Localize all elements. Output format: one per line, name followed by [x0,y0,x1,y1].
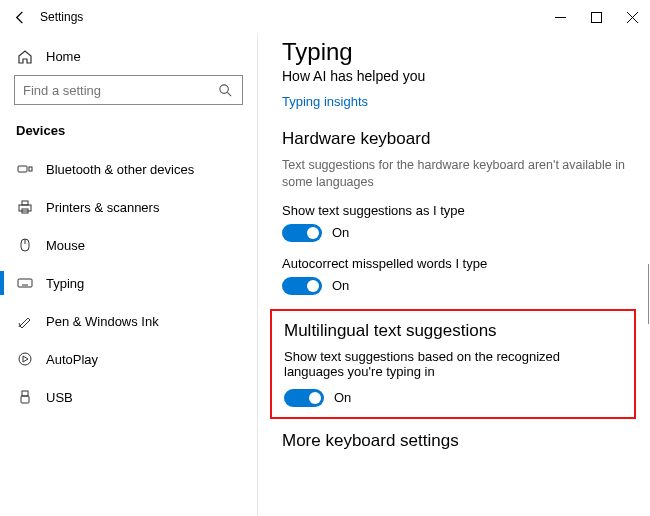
minimize-button[interactable] [542,0,578,34]
home-icon [16,48,33,65]
titlebar: Settings [0,0,650,34]
svg-line-3 [227,92,231,96]
multilingual-toggle[interactable] [284,389,324,407]
svg-rect-11 [18,279,32,287]
sidebar-item-label: Mouse [46,238,85,253]
category-header: Devices [14,123,243,138]
svg-rect-1 [591,12,601,22]
keyboard-icon [16,275,33,292]
autocorrect-label: Autocorrect misspelled words I type [282,256,630,271]
sidebar: Home Devices Bluetooth & other devices P… [0,34,258,516]
multilingual-highlight: Multilingual text suggestions Show text … [270,309,636,419]
sidebar-item-label: Typing [46,276,84,291]
sidebar-item-autoplay[interactable]: AutoPlay [14,340,243,378]
show-suggestions-state: On [332,225,349,240]
more-keyboard-heading: More keyboard settings [282,431,630,451]
bluetooth-icon [16,161,33,178]
sidebar-item-label: USB [46,390,73,405]
sidebar-item-label: Bluetooth & other devices [46,162,194,177]
svg-rect-4 [18,166,27,172]
sidebar-item-typing[interactable]: Typing [14,264,243,302]
scrollbar[interactable] [648,264,649,324]
search-input[interactable] [23,83,217,98]
main-content: Typing How AI has helped you Typing insi… [258,34,650,516]
pen-icon [16,313,33,330]
svg-rect-17 [22,391,28,396]
show-suggestions-label: Show text suggestions as I type [282,203,630,218]
sidebar-item-usb[interactable]: USB [14,378,243,416]
hardware-keyboard-heading: Hardware keyboard [282,129,630,149]
svg-rect-7 [22,201,28,205]
multilingual-heading: Multilingual text suggestions [284,321,622,341]
window-title: Settings [40,10,83,24]
autocorrect-state: On [332,278,349,293]
sidebar-item-bluetooth[interactable]: Bluetooth & other devices [14,150,243,188]
svg-rect-5 [29,167,32,171]
svg-rect-18 [21,396,29,403]
autocorrect-toggle[interactable] [282,277,322,295]
sidebar-item-mouse[interactable]: Mouse [14,226,243,264]
maximize-button[interactable] [578,0,614,34]
search-input-wrap[interactable] [14,75,243,105]
sidebar-item-label: Printers & scanners [46,200,159,215]
page-title: Typing [282,38,630,66]
home-label: Home [46,49,81,64]
close-button[interactable] [614,0,650,34]
show-suggestions-toggle[interactable] [282,224,322,242]
home-nav[interactable]: Home [14,42,243,75]
sidebar-item-label: AutoPlay [46,352,98,367]
sidebar-item-printers[interactable]: Printers & scanners [14,188,243,226]
multilingual-desc: Show text suggestions based on the recog… [284,349,622,379]
hardware-keyboard-note: Text suggestions for the hardware keyboa… [282,157,630,191]
mouse-icon [16,237,33,254]
usb-icon [16,389,33,406]
typing-insights-link[interactable]: Typing insights [282,94,368,109]
svg-point-16 [19,353,31,365]
sidebar-item-label: Pen & Windows Ink [46,314,159,329]
page-subtitle: How AI has helped you [282,68,630,84]
printer-icon [16,199,33,216]
back-button[interactable] [0,10,40,25]
autoplay-icon [16,351,33,368]
svg-point-2 [220,84,228,92]
svg-rect-6 [19,205,31,211]
sidebar-item-pen[interactable]: Pen & Windows Ink [14,302,243,340]
multilingual-state: On [334,390,351,405]
search-icon [217,82,234,99]
